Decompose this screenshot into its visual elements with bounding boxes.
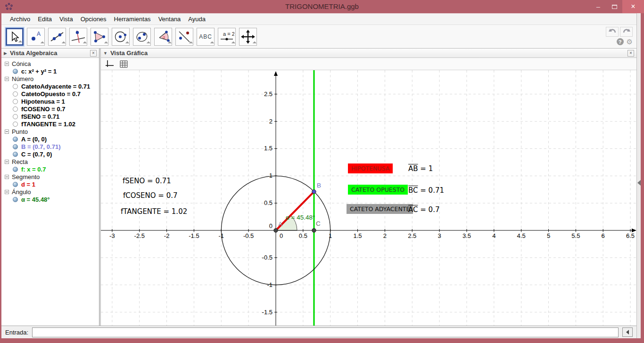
label-cateto-adyacente[interactable]: CATETO ADYACENTE <box>347 204 413 214</box>
visibility-marble-icon[interactable] <box>13 144 18 149</box>
algebra-group[interactable]: Punto <box>1 128 99 135</box>
point-label-B: B <box>317 182 321 189</box>
measure-bc-value: = 0.71 <box>418 186 445 195</box>
axis-tick-label: 1 <box>329 232 332 239</box>
algebra-item[interactable]: CatetoOpuesto = 0.7 <box>1 90 99 98</box>
algebra-item[interactable]: fTANGENTE = 1.02 <box>1 120 99 128</box>
visibility-marble-icon[interactable] <box>13 182 18 187</box>
algebra-tree: Cónicac: x² + y² = 1NúmeroCatetoAdyacent… <box>1 58 99 326</box>
menu-archivo[interactable]: Archivo <box>6 14 34 24</box>
graphics-canvas[interactable]: -3-2.5-2-1.5-1-0.50.511.522.533.544.555.… <box>101 70 636 326</box>
undo-button[interactable] <box>606 27 619 37</box>
measure-ab[interactable]: AB = 1 <box>408 164 433 173</box>
visibility-marble-icon[interactable] <box>13 122 18 127</box>
tool-move[interactable] <box>6 28 24 46</box>
axis-tick-label: -2.5 <box>134 232 145 239</box>
label-cateto-opuesto[interactable]: CATETO OPUESTO <box>348 185 408 195</box>
minimize-button[interactable]: – <box>590 0 606 13</box>
algebra-close-icon[interactable]: × <box>90 50 97 57</box>
menu-ventana[interactable]: Ventana <box>155 14 185 24</box>
text-fcoseno[interactable]: fCOSENO = 0.7 <box>123 191 178 200</box>
algebra-item[interactable]: B = (0.7, 0.71) <box>1 143 99 150</box>
collapse-minus-icon[interactable] <box>5 77 9 81</box>
tool-point[interactable]: A <box>27 28 45 46</box>
tool-line[interactable] <box>48 28 66 46</box>
algebra-item-text: c: x² + y² = 1 <box>21 68 57 75</box>
collapse-minus-icon[interactable] <box>5 190 9 194</box>
tool-text[interactable]: ABC <box>197 28 215 46</box>
algebra-group[interactable]: Cónica <box>1 60 99 67</box>
collapse-minus-icon[interactable] <box>5 62 9 66</box>
graphics-close-icon[interactable]: × <box>627 50 634 57</box>
collapse-arrow-icon[interactable]: ▶ <box>4 51 7 56</box>
collapse-minus-icon[interactable] <box>5 175 9 179</box>
tool-perpendicular-line[interactable] <box>69 28 87 46</box>
point-B[interactable] <box>312 190 316 194</box>
close-button[interactable]: × <box>622 0 644 13</box>
menu-ayuda[interactable]: Ayuda <box>184 14 209 24</box>
axis-tick-label: 4.5 <box>517 232 526 239</box>
tool-slider[interactable]: a = 2 <box>218 28 236 46</box>
measure-ac[interactable]: AC = 0.7 <box>408 205 439 214</box>
collapse-minus-icon[interactable] <box>5 130 9 134</box>
visibility-marble-icon[interactable] <box>13 91 18 97</box>
tool-move-graphics-view[interactable] <box>239 28 257 46</box>
text-ftangente[interactable]: fTANGENTE = 1.02 <box>121 207 187 216</box>
visibility-marble-icon[interactable] <box>13 137 18 142</box>
menu-herramientas[interactable]: Herramientas <box>110 14 155 24</box>
help-icon[interactable]: ? <box>617 38 624 45</box>
algebra-item[interactable]: α = 45.48° <box>1 196 99 203</box>
visibility-marble-icon[interactable] <box>13 99 18 104</box>
algebra-item[interactable]: CatetoAdyacente = 0.71 <box>1 82 99 90</box>
algebra-group[interactable]: Número <box>1 75 99 82</box>
toggle-axes-icon[interactable] <box>105 59 115 69</box>
command-input[interactable] <box>32 327 619 337</box>
tool-angle[interactable]: α <box>154 28 172 46</box>
maximize-button[interactable] <box>606 0 622 13</box>
tool-dropdown-icon[interactable] <box>210 41 214 45</box>
visibility-marble-icon[interactable] <box>13 197 18 202</box>
algebra-group[interactable]: Ángulo <box>1 188 99 196</box>
tool-circle[interactable] <box>112 28 130 46</box>
algebra-group[interactable]: Segmento <box>1 173 99 180</box>
redo-button[interactable] <box>620 27 633 37</box>
algebra-group[interactable]: Recta <box>1 158 99 165</box>
algebra-item[interactable]: c: x² + y² = 1 <box>1 67 99 75</box>
text-fseno[interactable]: fSENO = 0.71 <box>123 177 171 185</box>
sidebar-toggle-handle[interactable] <box>637 179 641 187</box>
tool-conic[interactable] <box>133 28 151 46</box>
settings-gear-icon[interactable]: ⚙ <box>627 38 633 45</box>
point-C[interactable] <box>312 229 316 232</box>
algebra-item[interactable]: Hipotenusa = 1 <box>1 98 99 105</box>
visibility-marble-icon[interactable] <box>13 152 18 157</box>
visibility-marble-icon[interactable] <box>13 114 18 119</box>
visibility-marble-icon[interactable] <box>13 167 18 172</box>
algebra-item[interactable]: f: x = 0.7 <box>1 165 99 173</box>
algebra-item[interactable]: d = 1 <box>1 180 99 188</box>
algebra-item[interactable]: fSENO = 0.71 <box>1 113 99 120</box>
input-help-button[interactable] <box>622 327 633 337</box>
axis-tick-label: 6 <box>602 232 605 239</box>
title-bar[interactable]: TRIGONOMETRIA.ggb – × <box>0 0 644 13</box>
menu-opciones[interactable]: Opciones <box>77 14 110 24</box>
visibility-marble-icon[interactable] <box>13 84 18 89</box>
visibility-marble-icon[interactable] <box>13 69 18 74</box>
algebra-item[interactable]: fCOSENO = 0.7 <box>1 105 99 113</box>
tool-polygon[interactable] <box>91 28 108 46</box>
algebra-item[interactable]: A = (0, 0) <box>1 135 99 143</box>
axis-tick-label: 3.5 <box>462 232 471 239</box>
algebra-item[interactable]: C = (0.7, 0) <box>1 150 99 158</box>
axis-tick-label: 3 <box>438 232 441 239</box>
algebra-view-title: Vista Algebraica <box>10 49 87 57</box>
collapse-minus-icon[interactable] <box>5 160 9 164</box>
collapse-arrow-icon[interactable]: ▼ <box>103 51 107 56</box>
toggle-grid-icon[interactable] <box>119 59 129 69</box>
point-A[interactable] <box>274 229 278 232</box>
svg-text:a = 2: a = 2 <box>223 31 234 37</box>
menu-vista[interactable]: Vista <box>56 14 77 24</box>
tool-reflect[interactable] <box>175 28 193 46</box>
label-hipotenusa[interactable]: HIPOTENUSA <box>348 163 393 173</box>
measure-bc[interactable]: BC = 0.71 <box>408 186 444 195</box>
menu-edita[interactable]: Edita <box>34 14 56 24</box>
visibility-marble-icon[interactable] <box>13 106 18 112</box>
